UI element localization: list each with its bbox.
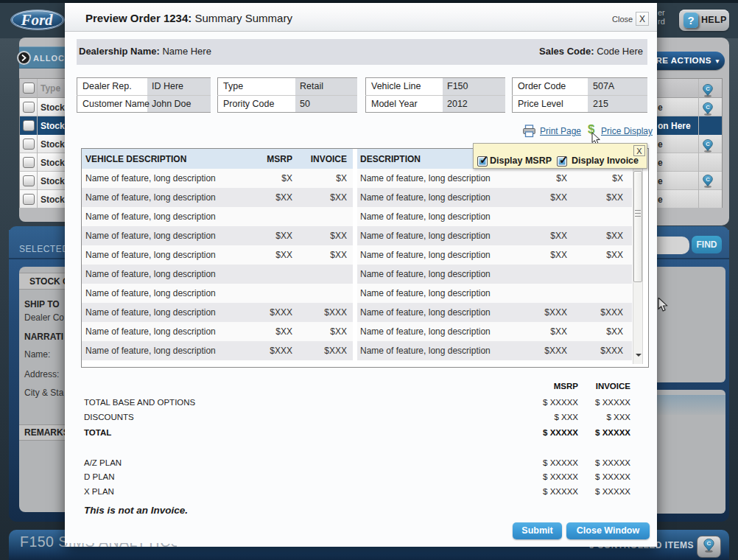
svg-text:Ford: Ford [20,11,53,29]
